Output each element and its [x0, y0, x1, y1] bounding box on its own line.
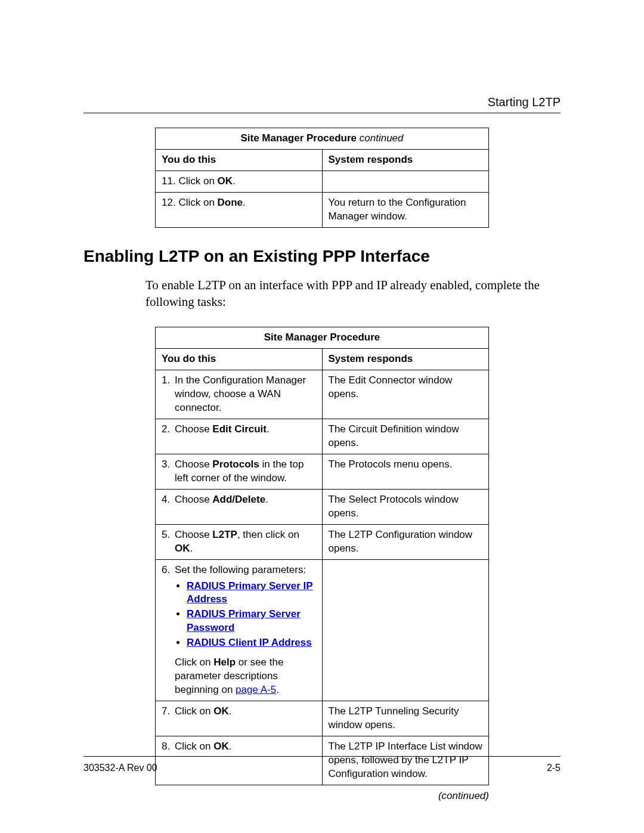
step-text: Click on	[178, 197, 217, 208]
table-row: 2.Choose Edit Circuit. The Circuit Defin…	[156, 419, 489, 454]
step-num: 8.	[162, 740, 175, 754]
footer-rule	[83, 756, 561, 757]
table2-title: Site Manager Procedure	[156, 327, 489, 349]
step-text: Choose	[175, 494, 212, 505]
table-row: 11. Click on OK.	[156, 171, 489, 192]
radius-primary-password-link[interactable]: RADIUS Primary Server Password	[187, 608, 301, 633]
step-text: Click on	[175, 741, 213, 752]
step-num: 5.	[162, 528, 175, 556]
table-row: 1.In the Configuration Manager window, c…	[156, 370, 489, 419]
footer-docid: 303532-A Rev 00	[83, 763, 157, 773]
step-text: Set the following parameters:	[175, 564, 306, 575]
step-text: .	[229, 741, 232, 752]
intro-paragraph: To enable L2TP on an interface with PPP …	[145, 277, 561, 311]
step-text: .	[276, 684, 279, 695]
header-rule	[83, 113, 561, 113]
step-response: You return to the Configuration Manager …	[322, 192, 489, 227]
continued-label: (continued)	[155, 790, 489, 802]
page-a5-link[interactable]: page A-5	[236, 684, 276, 695]
step-text: .	[267, 423, 270, 435]
step-response: The Circuit Definition window opens.	[322, 419, 489, 454]
step-num: 4.	[162, 493, 175, 507]
step-response: The Protocols menu opens.	[322, 454, 489, 489]
radius-primary-ip-link[interactable]: RADIUS Primary Server IP Address	[187, 580, 313, 605]
step-response: The Select Protocols window opens.	[322, 489, 489, 524]
step-bold: OK	[213, 741, 229, 752]
step-num: 1.	[162, 374, 175, 415]
table-row: 7.Click on OK. The L2TP Tunneling Securi…	[156, 701, 489, 736]
step-response: The L2TP Configuration window opens.	[322, 524, 489, 559]
step-response	[322, 559, 489, 701]
table-row: 4.Choose Add/Delete. The Select Protocol…	[156, 489, 489, 524]
step-num: 11.	[162, 175, 176, 187]
table1-title: Site Manager Procedure	[240, 132, 357, 144]
step-text: , then click on	[237, 529, 299, 540]
running-head: Starting L2TP	[83, 95, 561, 113]
table1-title-suffix: continued	[357, 132, 403, 144]
step-text: .	[243, 197, 246, 208]
step-text: Choose	[175, 529, 212, 540]
step-response: The L2TP Tunneling Security window opens…	[322, 701, 489, 736]
step-bold: OK	[213, 705, 229, 717]
table2-head-left: You do this	[156, 349, 323, 370]
radius-client-ip-link[interactable]: RADIUS Client IP Address	[187, 637, 312, 648]
step-bold: Help	[213, 657, 236, 668]
step-bold: Protocols	[212, 459, 259, 470]
step-text: .	[190, 543, 193, 554]
step-bold: Edit Circuit	[212, 423, 267, 435]
step-bold: OK	[218, 175, 233, 187]
step-num: 3.	[162, 458, 175, 485]
step-text: Choose	[175, 423, 212, 435]
step-text: .	[265, 494, 268, 505]
step-bold: OK	[175, 543, 190, 554]
table1-head-right: System responds	[322, 149, 489, 171]
step-num: 7.	[162, 705, 175, 719]
page-footer: 303532-A Rev 00 2-5	[83, 756, 561, 773]
step-num: 12.	[162, 197, 176, 208]
step-response	[322, 171, 489, 192]
step-text: .	[229, 705, 232, 717]
table2-head-right: System responds	[322, 349, 489, 370]
step-bold: Done	[218, 197, 243, 208]
step-num: 6.	[162, 563, 175, 697]
step-text: In the Configuration Manager window, cho…	[175, 374, 316, 415]
step-bold: L2TP	[212, 529, 237, 540]
footer-pagenum: 2-5	[547, 763, 561, 773]
step-text: Choose	[175, 459, 212, 470]
table-row: 3.Choose Protocols in the top left corne…	[156, 454, 489, 489]
step-text: .	[233, 175, 236, 187]
step-bold: Add/Delete	[212, 494, 265, 505]
procedure-table-continued: Site Manager Procedure continued You do …	[155, 128, 489, 228]
procedure-table: Site Manager Procedure You do this Syste…	[155, 327, 489, 785]
table-row: 5.Choose L2TP, then click on OK. The L2T…	[156, 524, 489, 559]
step-text: Click on	[175, 657, 213, 668]
table-row: 6. Set the following parameters: RADIUS …	[156, 559, 489, 701]
step-response: The Edit Connector window opens.	[322, 370, 489, 419]
step-num: 2.	[162, 423, 175, 436]
table1-head-left: You do this	[156, 149, 323, 171]
table-row: 12. Click on Done. You return to the Con…	[156, 192, 489, 227]
step-text: Click on	[175, 705, 213, 717]
step-text: Click on	[178, 175, 217, 187]
section-heading: Enabling L2TP on an Existing PPP Interfa…	[83, 247, 561, 266]
